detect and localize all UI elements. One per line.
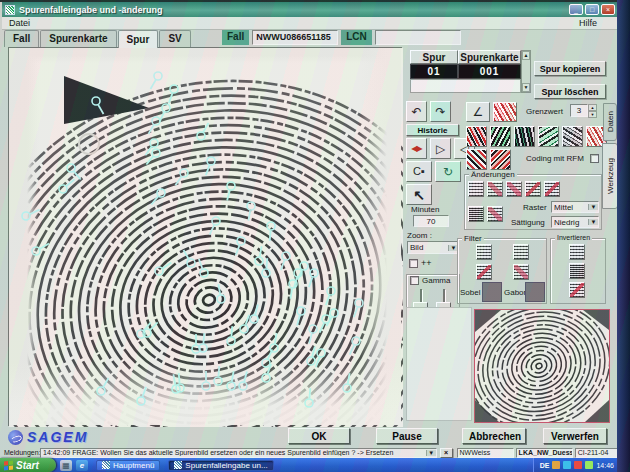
minutia-marker[interactable]	[22, 210, 40, 220]
message-dropdown[interactable]: 14:42:09 FRAGE: Wollen Sie das aktuelle …	[40, 448, 437, 458]
show-desktop-icon[interactable]: ▦	[60, 460, 72, 471]
sobel-kernel-icon[interactable]	[482, 282, 502, 302]
minutia-marker[interactable]	[255, 246, 263, 265]
patch-mark2-icon[interactable]	[506, 181, 522, 197]
coding-rfm-checkbox[interactable]	[590, 154, 599, 163]
minuten-value-field[interactable]: 70	[413, 215, 449, 227]
spur-column-header[interactable]: Spur	[410, 50, 458, 64]
minutia-marker[interactable]	[92, 97, 104, 114]
fingerprint-preview[interactable]	[474, 309, 610, 423]
minutia-marker[interactable]	[267, 222, 275, 241]
coding-pattern-green-icon[interactable]	[490, 126, 511, 147]
tab-spur[interactable]: Spur	[118, 30, 159, 48]
coding-pattern-zebra-icon[interactable]	[538, 126, 559, 147]
chevron-down-icon[interactable]: ▼	[588, 219, 598, 225]
minutia-marker[interactable]	[298, 262, 308, 280]
filter-redslash-icon[interactable]	[476, 264, 492, 280]
minutia-marker[interactable]	[227, 371, 235, 390]
minutia-marker[interactable]	[97, 378, 109, 395]
taskbar-window-spurenfalleingabe[interactable]: Spurenfalleingabe un...	[168, 460, 273, 471]
minutia-marker[interactable]	[175, 169, 188, 185]
taskbar-window-hauptmenu[interactable]: Hauptmenü	[96, 460, 160, 471]
refresh-icon[interactable]: ↻	[435, 161, 461, 182]
minutia-marker[interactable]	[343, 373, 351, 392]
maximize-button[interactable]: □	[585, 4, 599, 15]
grenzwert-spinner[interactable]: ▲ ▼	[588, 104, 597, 117]
minutia-marker[interactable]	[227, 182, 235, 200]
tray-icon[interactable]	[574, 461, 582, 469]
minutia-marker[interactable]	[309, 269, 318, 287]
minutia-marker[interactable]	[149, 117, 161, 134]
minutia-marker[interactable]	[240, 315, 249, 333]
raster-dropdown[interactable]: Mittel ▼	[551, 201, 599, 213]
minutia-marker[interactable]	[247, 202, 255, 221]
side-tab-werkzeug[interactable]: Werkzeug	[602, 143, 618, 209]
fall-number-field[interactable]: NWWU086651185	[252, 30, 338, 45]
filter-redpatch-icon[interactable]	[513, 264, 529, 280]
menu-datei[interactable]: Datei	[2, 18, 37, 28]
minutia-marker[interactable]	[199, 259, 208, 277]
patch-fine-icon[interactable]	[468, 206, 484, 222]
minutia-marker[interactable]	[210, 217, 220, 235]
coding-pattern-gray-icon[interactable]	[562, 126, 583, 147]
tray-icon[interactable]	[563, 461, 571, 469]
minutia-marker[interactable]	[354, 299, 363, 317]
minutia-marker[interactable]	[327, 309, 339, 326]
invert-redpatch-icon[interactable]	[569, 282, 585, 298]
redo-icon[interactable]: ↷	[430, 101, 451, 122]
tab-fall[interactable]: Fall	[4, 30, 39, 47]
minutia-marker[interactable]	[270, 333, 278, 352]
minutia-marker[interactable]	[67, 164, 81, 179]
minutia-marker[interactable]	[206, 157, 215, 175]
patch-fine-red-icon[interactable]	[487, 206, 503, 222]
chevron-down-icon[interactable]: ▼	[426, 450, 436, 456]
filter-patch1-icon[interactable]	[476, 244, 492, 260]
minutia-marker[interactable]	[137, 323, 151, 338]
minutia-marker[interactable]	[326, 287, 335, 305]
minutia-marker[interactable]	[155, 262, 171, 275]
move-minutia-icon[interactable]: ◀▶	[406, 138, 427, 159]
minutia-marker[interactable]	[217, 284, 225, 303]
minutia-marker[interactable]	[307, 347, 315, 365]
minutia-marker[interactable]	[316, 349, 325, 367]
minutia-marker[interactable]	[305, 388, 313, 407]
clock[interactable]: 14:46	[596, 462, 614, 469]
gabor-kernel-icon[interactable]	[525, 282, 545, 302]
clear-message-button[interactable]: ×	[440, 448, 453, 458]
minutia-marker[interactable]	[137, 387, 146, 405]
select-arrow-icon[interactable]: ↖	[406, 184, 432, 205]
tab-sv[interactable]: SV	[159, 30, 190, 47]
minutia-marker[interactable]	[309, 325, 317, 343]
minutia-marker[interactable]	[184, 250, 196, 267]
coding-pattern-darkgreen-icon[interactable]	[514, 126, 535, 147]
plusplus-checkbox[interactable]	[409, 259, 418, 268]
patch-redline-icon[interactable]	[525, 181, 541, 197]
coding-pattern-red-icon[interactable]	[466, 126, 487, 147]
saettigung-dropdown[interactable]: Niedrig ▼	[551, 216, 599, 228]
close-button[interactable]: ×	[601, 4, 615, 15]
minutia-marker[interactable]	[169, 85, 178, 103]
internet-explorer-icon[interactable]: e	[76, 460, 88, 471]
minutia-marker[interactable]	[350, 337, 360, 355]
minutia-marker[interactable]	[297, 307, 305, 325]
minimize-button[interactable]: _	[569, 4, 583, 15]
chevron-down-icon[interactable]: ▼	[588, 204, 598, 210]
spin-down-icon[interactable]: ▼	[588, 111, 597, 118]
minutia-marker[interactable]	[160, 104, 170, 122]
invert-patch1-icon[interactable]	[569, 244, 585, 260]
scroll-up-icon[interactable]: ▲	[522, 51, 530, 60]
angle-tool-icon[interactable]: ∠	[466, 102, 490, 122]
minutia-marker[interactable]	[59, 179, 74, 193]
minutia-marker[interactable]	[197, 123, 209, 140]
delete-minutia-icon[interactable]: C▪	[406, 161, 432, 182]
verwerfen-button[interactable]: Verwerfen	[543, 428, 607, 444]
minutia-marker[interactable]	[202, 371, 210, 390]
patch-mark-icon[interactable]	[487, 181, 503, 197]
tab-spurenkarte[interactable]: Spurenkarte	[40, 30, 116, 47]
coding-mix-icon[interactable]	[466, 149, 487, 170]
gamma-checkbox[interactable]	[410, 276, 419, 285]
lcn-field[interactable]	[375, 30, 461, 45]
minutia-marker[interactable]	[227, 326, 235, 345]
spurenkarte-cell[interactable]: 001	[458, 64, 521, 79]
patch-reddiag-icon[interactable]	[544, 181, 560, 197]
